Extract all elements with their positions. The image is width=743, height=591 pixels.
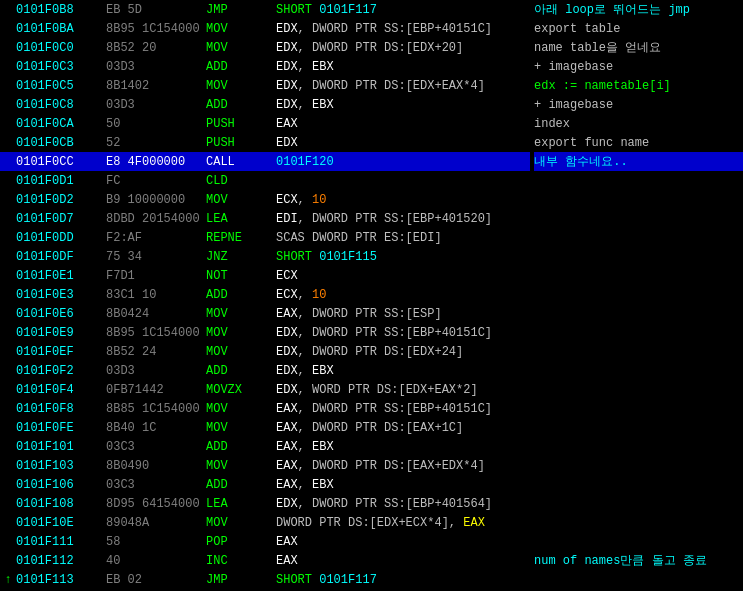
table-row[interactable]: 0101F0E98B95 1C154000MOVEDX, DWORD PTR S… — [0, 323, 530, 342]
comment-line: name table을 얻네요 — [534, 38, 743, 57]
operands: EAX, DWORD PTR DS:[EAX+1C] — [276, 421, 530, 435]
comment-line — [534, 247, 743, 266]
bytes: B9 10000000 — [106, 193, 206, 207]
table-row[interactable]: 0101F0DDF2:AFREPNESCAS DWORD PTR ES:[EDI… — [0, 228, 530, 247]
table-row[interactable]: 0101F0E68B0424MOVEAX, DWORD PTR SS:[ESP] — [0, 304, 530, 323]
table-row[interactable]: 0101F11158POPEAX — [0, 532, 530, 551]
table-row[interactable]: 0101F0C803D3ADDEDX, EBX — [0, 95, 530, 114]
operands: EAX, EBX — [276, 478, 530, 492]
table-row[interactable]: 0101F0D2B9 10000000MOVECX, 10 — [0, 190, 530, 209]
table-row[interactable]: 0101F0BA8B95 1C154000MOVEDX, DWORD PTR S… — [0, 19, 530, 38]
bytes: 83C1 10 — [106, 288, 206, 302]
table-row[interactable]: 0101F0CCE8 4F000000CALL0101F120 — [0, 152, 530, 171]
address: 0101F0CB — [16, 136, 106, 150]
address: 0101F0BA — [16, 22, 106, 36]
operands: 0101F120 — [276, 155, 530, 169]
bytes: F7D1 — [106, 269, 206, 283]
address: 0101F0C5 — [16, 79, 106, 93]
table-row[interactable]: 0101F0CB52PUSHEDX — [0, 133, 530, 152]
address: 0101F111 — [16, 535, 106, 549]
bytes: E8 4F000000 — [106, 155, 206, 169]
mnemonic: MOV — [206, 516, 276, 530]
address: 0101F0E1 — [16, 269, 106, 283]
operands: EDX, WORD PTR DS:[EDX+EAX*2] — [276, 383, 530, 397]
comment-line — [534, 418, 743, 437]
address: 0101F0F4 — [16, 383, 106, 397]
comment-line — [534, 399, 743, 418]
address: 0101F0E6 — [16, 307, 106, 321]
operands: EDX, DWORD PTR SS:[EBP+40151C] — [276, 22, 530, 36]
comment-line — [534, 513, 743, 532]
bytes: 0FB71442 — [106, 383, 206, 397]
comment-line: index — [534, 114, 743, 133]
table-row[interactable]: 0101F0DF75 34JNZSHORT 0101F115 — [0, 247, 530, 266]
table-row[interactable]: 0101F10E89048AMOVDWORD PTR DS:[EDX+ECX*4… — [0, 513, 530, 532]
address: 0101F0DF — [16, 250, 106, 264]
address: 0101F0CA — [16, 117, 106, 131]
mnemonic: CALL — [206, 155, 276, 169]
mnemonic: ADD — [206, 364, 276, 378]
comment-line — [534, 209, 743, 228]
comment-line — [534, 475, 743, 494]
bytes: 03C3 — [106, 478, 206, 492]
mnemonic: MOV — [206, 41, 276, 55]
operands: EDX, DWORD PTR DS:[EDX+24] — [276, 345, 530, 359]
table-row[interactable]: ↑0101F113EB 02JMPSHORT 0101F117 — [0, 570, 530, 589]
address: 0101F113 — [16, 573, 106, 587]
table-row[interactable]: 0101F10603C3ADDEAX, EBX — [0, 475, 530, 494]
comment-line: 아래 loop로 뛰어드는 jmp — [534, 0, 743, 19]
table-row[interactable]: 0101F0B8EB 5DJMPSHORT 0101F117 — [0, 0, 530, 19]
bytes: F2:AF — [106, 231, 206, 245]
table-row[interactable]: 0101F0CA50PUSHEAX — [0, 114, 530, 133]
table-row[interactable]: 0101F1038B0490MOVEAX, DWORD PTR DS:[EAX+… — [0, 456, 530, 475]
comment-line: export table — [534, 19, 743, 38]
comment-text: + imagebase — [534, 60, 613, 74]
mnemonic: ADD — [206, 60, 276, 74]
table-row[interactable]: 0101F10103C3ADDEAX, EBX — [0, 437, 530, 456]
comment-text: name table을 얻네요 — [534, 39, 661, 56]
bytes: 8B95 1C154000 — [106, 22, 206, 36]
mnemonic: PUSH — [206, 117, 276, 131]
main-container: 0101F0B8EB 5DJMPSHORT 0101F1170101F0BA8B… — [0, 0, 743, 591]
operands: EDX, DWORD PTR SS:[EBP+401564] — [276, 497, 530, 511]
table-row[interactable]: 0101F1088D95 64154000LEAEDX, DWORD PTR S… — [0, 494, 530, 513]
table-row[interactable]: 0101F11240INCEAX — [0, 551, 530, 570]
table-row[interactable]: 0101F0C58B1402MOVEDX, DWORD PTR DS:[EDX+… — [0, 76, 530, 95]
comment-line — [534, 494, 743, 513]
comment-line — [534, 171, 743, 190]
comment-line — [534, 342, 743, 361]
table-row[interactable]: 0101F0F88B85 1C154000MOVEAX, DWORD PTR S… — [0, 399, 530, 418]
comment-line — [534, 380, 743, 399]
mnemonic: LEA — [206, 212, 276, 226]
table-row[interactable]: 0101F0C303D3ADDEDX, EBX — [0, 57, 530, 76]
table-row[interactable]: 0101F0E1F7D1NOTECX — [0, 266, 530, 285]
address: 0101F0B8 — [16, 3, 106, 17]
table-row[interactable]: 0101F0FE8B40 1CMOVEAX, DWORD PTR DS:[EAX… — [0, 418, 530, 437]
table-row[interactable]: 0101F0E383C1 10ADDECX, 10 — [0, 285, 530, 304]
operands: ECX — [276, 269, 530, 283]
table-row[interactable]: 0101F0EF8B52 24MOVEDX, DWORD PTR DS:[EDX… — [0, 342, 530, 361]
address: 0101F0CC — [16, 155, 106, 169]
comment-line: 내부 함수네요.. — [534, 152, 743, 171]
arrow-icon: ↑ — [0, 573, 16, 587]
bytes: 75 34 — [106, 250, 206, 264]
table-row[interactable]: 0101F0F40FB71442MOVZXEDX, WORD PTR DS:[E… — [0, 380, 530, 399]
address: 0101F103 — [16, 459, 106, 473]
comment-line — [534, 361, 743, 380]
bytes: 89048A — [106, 516, 206, 530]
operands: EDX — [276, 136, 530, 150]
operands: SHORT 0101F117 — [276, 3, 530, 17]
operands: EAX, DWORD PTR SS:[ESP] — [276, 307, 530, 321]
table-row[interactable]: 0101F0C08B52 20MOVEDX, DWORD PTR DS:[EDX… — [0, 38, 530, 57]
operands: SCAS DWORD PTR ES:[EDI] — [276, 231, 530, 245]
table-row[interactable]: 0101F0D1FCCLD — [0, 171, 530, 190]
bytes: 8B0424 — [106, 307, 206, 321]
bytes: FC — [106, 174, 206, 188]
table-row[interactable]: 0101F0D78DBD 20154000LEAEDI, DWORD PTR S… — [0, 209, 530, 228]
mnemonic: REPNE — [206, 231, 276, 245]
mnemonic: PUSH — [206, 136, 276, 150]
comment-text: num of names만큼 돌고 종료 — [534, 552, 707, 569]
table-row[interactable]: 0101F0F203D3ADDEDX, EBX — [0, 361, 530, 380]
address: 0101F0D7 — [16, 212, 106, 226]
mnemonic: MOV — [206, 459, 276, 473]
